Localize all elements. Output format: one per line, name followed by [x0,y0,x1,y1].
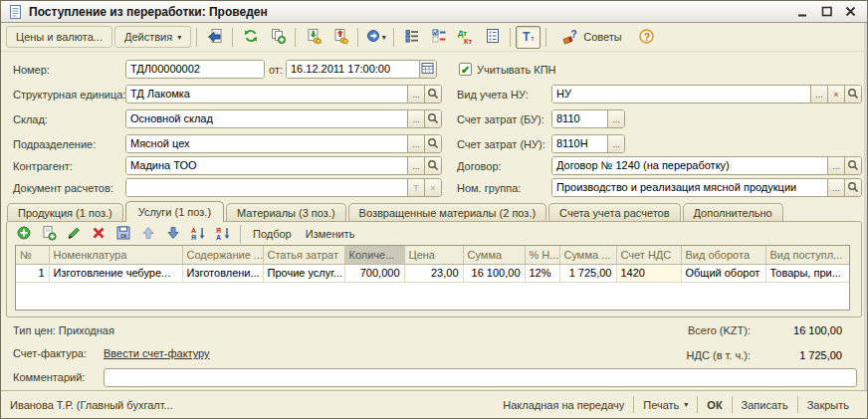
nu-kind-field[interactable]: НУ ... × [551,85,862,104]
change-button[interactable]: Изменить [301,228,360,240]
tab-additional[interactable]: Дополнительно [683,203,783,221]
transfer-note-button[interactable]: Накладная на передачу [494,399,633,411]
nu-kind-select-button[interactable]: ... [810,86,827,103]
copy-create-button[interactable] [265,26,290,49]
col-amount[interactable]: Сумма [463,246,525,264]
close-window-button[interactable]: Закрыть [798,399,858,411]
structural-unit-value[interactable]: ТД Лакомка [126,86,407,103]
help-button[interactable]: ? [634,26,659,49]
department-open-button[interactable] [424,135,441,152]
comment-input[interactable] [104,368,857,387]
finish-edit-button[interactable]: ок [112,225,133,244]
tab-settlement-accounts[interactable]: Счета учета расчетов [548,203,680,221]
minimize-button[interactable] [795,5,810,19]
warehouse-value[interactable]: Основной склад [126,110,407,127]
structural-unit-open-button[interactable] [424,86,441,103]
contract-field[interactable]: Договор № 1240 (на переработку) ... [551,156,862,175]
cell-cost-item[interactable]: Прочие услуг... [263,264,344,282]
counterparty-open-button[interactable] [424,157,441,174]
structure-list-button[interactable] [399,26,424,49]
counterparty-select-button[interactable]: ... [407,157,424,174]
actions-button[interactable]: Действия▾ [114,26,191,48]
cost-account-bu-select-button[interactable]: ... [607,110,624,127]
dt-kt-postings-button[interactable]: ДтКт [453,26,478,49]
sort-desc-button[interactable]: ЯА [212,225,233,244]
settlement-doc-clear-button[interactable]: × [424,179,441,196]
edit-row-button[interactable] [63,225,84,244]
col-receipt-kind[interactable]: Вид поступл... [765,246,850,264]
reread-document-button[interactable] [202,26,227,49]
department-select-button[interactable]: ... [407,135,424,152]
cell-receipt-kind[interactable]: Товары, при... [765,264,850,282]
cell-vat-amount[interactable]: 1 725,00 [559,264,616,282]
set-marks-button[interactable] [426,26,451,49]
col-vat-amount[interactable]: Сумма ... [559,246,616,264]
nu-kind-value[interactable]: НУ [552,86,810,103]
structural-unit-select-button[interactable]: ... [407,86,424,103]
pick-button[interactable]: Подбор [248,228,297,240]
copy-row-button[interactable] [38,225,59,244]
col-vat-account[interactable]: Счет НДС [616,246,681,264]
prices-currency-button[interactable]: Цены и валюта... [6,26,112,48]
tab-services[interactable]: Услуги (1 поз.) [125,201,224,222]
ok-button[interactable]: ОК [698,399,731,411]
contract-value[interactable]: Договор № 1240 (на переработку) [552,157,827,174]
cell-number[interactable]: 1 [16,264,49,282]
col-number[interactable]: № [16,246,49,264]
settlement-doc-type-button[interactable]: T [407,179,424,196]
col-nomenclature[interactable]: Номенклатура [49,246,182,264]
refresh-button[interactable] [238,26,263,49]
settlement-doc-field[interactable]: T × [125,178,442,197]
tips-button[interactable]: ? Советы [551,26,631,48]
col-cost-item[interactable]: Статья затрат [263,246,344,264]
date-value[interactable]: 16.12.2011 17:00:00 [287,61,419,78]
warehouse-select-button[interactable]: ... [407,110,424,127]
contract-open-button[interactable] [844,157,861,174]
tab-products[interactable]: Продукция (1 поз.) [7,203,123,221]
close-button[interactable] [843,5,858,19]
cell-vat-percent[interactable]: 12% [525,264,559,282]
structural-unit-field[interactable]: ТД Лакомка ... [125,85,442,104]
titlebar[interactable]: Поступление из переработки: Проведен [1,1,867,23]
kpn-checkbox[interactable]: ✔ [459,63,472,76]
department-field[interactable]: Мясной цех ... [125,134,442,153]
unpost-document-button[interactable] [327,26,352,49]
move-down-button[interactable] [162,225,183,244]
tab-materials[interactable]: Материалы (3 поз.) [226,203,346,221]
cell-turnover-kind[interactable]: Общий оборот [681,264,765,282]
settlement-doc-value[interactable] [126,179,407,196]
maximize-button[interactable] [819,5,834,19]
contract-select-button[interactable]: ... [827,157,844,174]
delete-row-button[interactable] [88,225,108,244]
sort-asc-button[interactable]: АЯ [187,225,208,244]
go-to-button[interactable]: ▾ [363,26,388,49]
nom-group-value[interactable]: Производство и реализация мясной продукц… [552,179,827,196]
nu-kind-clear-button[interactable]: × [827,86,844,103]
tab-returned-materials[interactable]: Возвращенные материалы (2 поз.) [348,203,547,221]
save-button[interactable]: Записать [733,399,797,411]
move-up-button[interactable] [137,225,158,244]
cell-vat-account[interactable]: 1420 [616,264,681,282]
number-value[interactable]: ТДЛ00000002 [126,61,264,78]
table-row[interactable]: 1 Изготовление чебуре... Изготовлени... … [16,264,850,282]
counterparty-value[interactable]: Мадина ТОО [126,157,407,174]
post-document-button[interactable] [301,26,326,49]
nom-group-field[interactable]: Производство и реализация мясной продукц… [551,178,862,197]
print-button[interactable]: Печать▾ [634,399,697,411]
nom-group-open-button[interactable] [844,179,861,196]
cost-account-nu-field[interactable]: 8110Н ... [551,134,625,153]
invoice-link[interactable]: Ввести счет-фактуру [104,347,210,359]
department-value[interactable]: Мясной цех [126,135,407,152]
document-report-button[interactable] [480,26,505,49]
warehouse-field[interactable]: Основной склад ... [125,109,442,128]
col-quantity[interactable]: Количе... [344,246,404,264]
cell-quantity[interactable]: 700,000 [344,264,404,282]
col-vat-percent[interactable]: % Н... [525,246,559,264]
warehouse-open-button[interactable] [424,110,441,127]
cost-account-bu-value[interactable]: 8110 [552,110,607,127]
type-filter-button[interactable]: Тт [516,26,541,49]
cost-account-nu-select-button[interactable]: ... [607,135,624,152]
cell-content[interactable]: Изготовлени... [182,264,263,282]
date-field[interactable]: 16.12.2011 17:00:00 [286,60,437,79]
cell-price[interactable]: 23,00 [404,264,463,282]
